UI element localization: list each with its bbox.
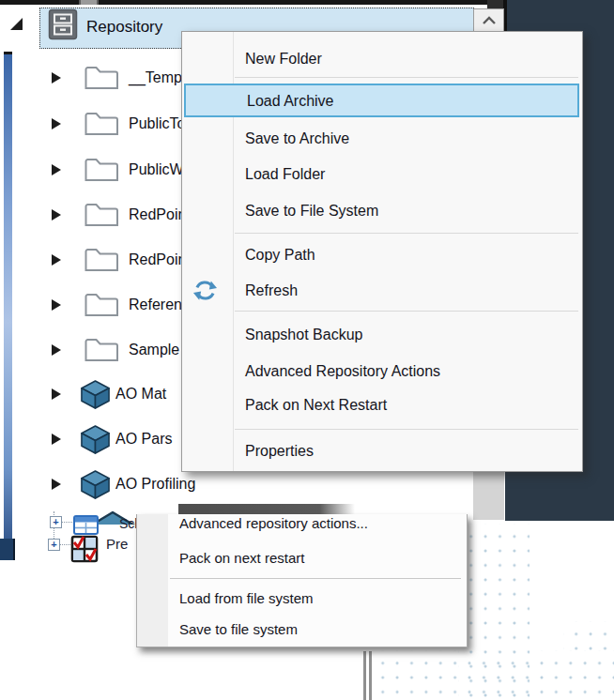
menu-item-save-to-file-system[interactable]: Save to File System	[182, 194, 582, 228]
folder-icon	[84, 66, 118, 94]
menu-item-load-folder[interactable]: Load Folder	[182, 158, 582, 191]
menu-separator	[235, 233, 578, 234]
tree-item-label: Sample	[129, 335, 179, 365]
tree-item-label: AO Pars	[115, 424, 172, 454]
expander-collapsed-icon[interactable]	[50, 433, 63, 446]
tree-item-label: __Temp	[129, 63, 182, 93]
menu-item-copy-path[interactable]: Copy Path	[182, 238, 582, 272]
menu-item-pack-on-next-restart[interactable]: Pack on next restart	[137, 545, 467, 571]
legacy-tree-item-label[interactable]: Pre	[106, 535, 128, 554]
expander-collapsed-icon[interactable]	[50, 117, 63, 130]
tree-item-label: Referen	[129, 290, 182, 320]
expander-collapsed-icon[interactable]	[50, 343, 63, 357]
top-edge-icon-remnant	[79, 0, 99, 5]
menu-item-load-archive[interactable]: Load Archive	[184, 84, 579, 117]
expander-collapsed-icon[interactable]	[50, 478, 63, 491]
tree-item-label: RedPoin	[129, 200, 186, 230]
folder-icon	[84, 293, 118, 321]
menu-separator	[235, 77, 578, 78]
menu-item-snapshot-backup[interactable]: Snapshot Backup	[182, 318, 582, 352]
canvas-dot-grid	[563, 621, 614, 650]
tree-item-label: PublicTo	[129, 109, 185, 139]
window-edge-foot	[0, 539, 15, 560]
menu-item-load-from-file-system[interactable]: Load from file system	[137, 586, 467, 612]
cube-icon	[80, 469, 111, 504]
expander-collapsed-icon[interactable]	[50, 253, 63, 266]
chevron-up-icon	[480, 15, 499, 25]
menu-separator	[235, 429, 578, 430]
folder-icon	[84, 112, 118, 140]
cropped-edge-bar	[178, 504, 355, 514]
menu-item-advanced-repository-actions[interactable]: Advanced Repository Actions	[182, 355, 582, 388]
expander-collapsed-icon[interactable]	[50, 71, 63, 84]
repository-context-menu: New Folder Load Archive Save to Archive …	[181, 31, 583, 472]
folder-icon	[84, 158, 118, 186]
menu-separator	[235, 311, 578, 312]
menu-item-save-to-archive[interactable]: Save to Archive	[182, 122, 582, 156]
folder-icon	[84, 248, 118, 276]
menu-item-properties[interactable]: Properties	[182, 434, 582, 468]
expander-plus-icon[interactable]: +	[50, 516, 62, 528]
expander-expanded-icon[interactable]	[8, 15, 24, 32]
expander-collapsed-icon[interactable]	[50, 163, 63, 176]
window-edge-strip	[4, 54, 12, 540]
tree-item-label: RedPoin	[129, 245, 186, 275]
screenshot-stage: Repository __Temp PublicTo PublicW RedPo…	[0, 0, 614, 700]
archive-cabinet-icon	[48, 8, 78, 44]
folder-icon	[84, 338, 118, 366]
expander-collapsed-icon[interactable]	[50, 388, 63, 401]
expander-collapsed-icon[interactable]	[50, 298, 63, 312]
folder-icon	[84, 203, 118, 231]
menu-separator	[170, 578, 461, 579]
menu-item-advanced-repository-actions[interactable]: Advanced repository actions...	[137, 514, 467, 536]
expander-collapsed-icon[interactable]	[50, 208, 63, 221]
menu-item-new-folder[interactable]: New Folder	[182, 42, 582, 76]
legacy-context-menu: Advanced repository actions... Pack on n…	[136, 514, 468, 647]
canvas-edge-line	[363, 651, 366, 700]
tree-root-label[interactable]: Repository	[86, 8, 162, 47]
tree-connector-line	[54, 528, 54, 539]
menu-item-pack-on-next-restart[interactable]: Pack on Next Restart	[182, 388, 582, 422]
checklist-grid-icon	[70, 535, 99, 567]
canvas-dot-grid	[370, 650, 614, 700]
top-edge-bar	[0, 0, 507, 5]
expander-plus-icon[interactable]: +	[48, 539, 60, 551]
cube-icon	[80, 424, 111, 459]
tree-item-label: AO Profiling	[115, 469, 195, 499]
cube-icon	[80, 379, 111, 414]
tree-item[interactable]: AO Profiling	[0, 469, 505, 499]
tree-item-label: AO Mat	[115, 379, 166, 409]
menu-item-save-to-file-system[interactable]: Save to file system	[137, 616, 467, 643]
tree-item-label: PublicW	[129, 155, 184, 185]
tree-connector-line	[60, 544, 70, 545]
menu-item-refresh[interactable]: Refresh	[182, 274, 582, 308]
canvas-edge-line	[369, 651, 372, 700]
scroll-up-button[interactable]	[473, 8, 504, 32]
